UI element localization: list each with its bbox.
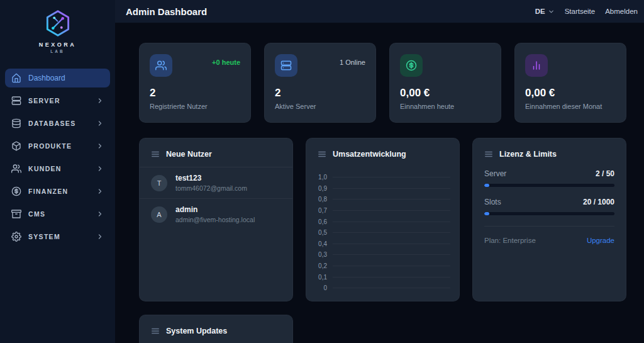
y-axis-tick: 0,5 bbox=[315, 229, 333, 236]
limit-label: Server bbox=[484, 169, 506, 178]
topbar-links: DE Startseite Abmelden bbox=[535, 8, 638, 15]
panel-title: Umsatzentwicklung bbox=[333, 150, 406, 159]
y-axis-tick: 0,8 bbox=[315, 196, 333, 203]
stat-label: Registrierte Nutzer bbox=[150, 103, 240, 110]
chart-grid-row: 0,4 bbox=[315, 239, 450, 250]
panel-umsatzentwicklung: Umsatzentwicklung 1,00,90,80,70,60,50,40… bbox=[306, 138, 460, 301]
chart-grid-row: 0,5 bbox=[315, 227, 450, 239]
plan-row: Plan: Enterprise Upgrade bbox=[484, 226, 614, 244]
y-axis-tick: 0,4 bbox=[315, 240, 333, 247]
gridline bbox=[333, 199, 450, 200]
sidebar-item-label: SYSTEM bbox=[28, 233, 89, 240]
limit-row: Slots20 / 1000 bbox=[484, 198, 614, 215]
chart-grid-row: 1,0 bbox=[315, 172, 450, 183]
chevron-right-icon bbox=[96, 120, 104, 127]
gridline bbox=[333, 177, 450, 177]
sidebar-item-label: DATABASES bbox=[28, 120, 89, 127]
sidebar-item-label: CMS bbox=[28, 210, 89, 218]
gridline bbox=[333, 266, 450, 266]
avatar: T bbox=[151, 175, 167, 191]
stat-card: 1 Online2Aktive Server bbox=[264, 43, 376, 123]
stat-card: +0 heute2Registrierte Nutzer bbox=[139, 43, 251, 123]
new-users-list: Ttest123tomm46072@gmail.comAadminadmin@f… bbox=[140, 167, 292, 230]
stat-card: 0,00 €Einnahmen heute bbox=[389, 43, 501, 123]
sidebar-item-label: KUNDEN bbox=[28, 165, 89, 172]
stat-value: 0,00 € bbox=[400, 87, 491, 99]
panel-title: Lizenz & Limits bbox=[499, 150, 557, 159]
stat-value: 0,00 € bbox=[525, 87, 616, 99]
gridline bbox=[333, 188, 450, 189]
user-list-item[interactable]: Aadminadmin@fivem-hosting.local bbox=[140, 198, 292, 230]
chevron-right-icon bbox=[96, 97, 104, 104]
sidebar-item-produkte[interactable]: PRODUKTE bbox=[5, 137, 110, 155]
chevron-right-icon bbox=[96, 233, 104, 240]
package-icon bbox=[11, 141, 21, 151]
stat-value: 2 bbox=[275, 87, 365, 99]
gridline bbox=[333, 288, 450, 288]
home-icon bbox=[11, 73, 21, 83]
topbar: Admin Dashboard DE Startseite Abmelden bbox=[115, 0, 644, 23]
archive-icon bbox=[11, 209, 21, 219]
dollar-icon bbox=[11, 186, 21, 196]
language-selector[interactable]: DE bbox=[535, 8, 555, 15]
limit-value: 2 / 50 bbox=[596, 169, 614, 178]
users-icon bbox=[150, 54, 172, 77]
gridline bbox=[333, 277, 450, 278]
sidebar-item-server[interactable]: SERVER bbox=[5, 91, 110, 110]
chevron-right-icon bbox=[96, 165, 104, 172]
chart-grid-row: 0,9 bbox=[315, 183, 450, 194]
logo: NEXORA LAB bbox=[0, 0, 115, 60]
chart-grid-row: 0,1 bbox=[315, 271, 450, 283]
limit-row: Server2 / 50 bbox=[484, 169, 614, 187]
gridline bbox=[333, 222, 450, 222]
link-abmelden[interactable]: Abmelden bbox=[605, 8, 638, 15]
y-axis-tick: 0 bbox=[315, 284, 333, 291]
content: +0 heute2Registrierte Nutzer1 Online2Akt… bbox=[115, 23, 644, 343]
stat-card: 0,00 €Einnahmen dieser Monat bbox=[514, 43, 626, 123]
sidebar-item-kunden[interactable]: KUNDEN bbox=[5, 159, 110, 178]
user-list-item[interactable]: Ttest123tomm46072@gmail.com bbox=[140, 167, 292, 198]
server-icon bbox=[11, 96, 21, 106]
gridline bbox=[333, 244, 450, 244]
panel-system-updates: System Updates bbox=[139, 315, 293, 343]
sidebar-item-label: PRODUKTE bbox=[28, 142, 89, 150]
y-axis-tick: 0,3 bbox=[315, 251, 333, 258]
panel-title: Neue Nutzer bbox=[166, 150, 212, 159]
menu-icon bbox=[318, 150, 326, 159]
panel-neue-nutzer-header: Neue Nutzer bbox=[140, 138, 292, 167]
chevron-right-icon bbox=[96, 188, 104, 195]
stat-value: 2 bbox=[150, 87, 240, 99]
chart-grid-row: 0,6 bbox=[315, 216, 450, 227]
stats-row: +0 heute2Registrierte Nutzer1 Online2Akt… bbox=[139, 43, 626, 123]
sidebar-item-finanzen[interactable]: FINANZEN bbox=[5, 182, 110, 201]
database-icon bbox=[11, 118, 21, 128]
user-email: tomm46072@gmail.com bbox=[175, 184, 247, 192]
brand-subtitle: LAB bbox=[0, 49, 115, 53]
upgrade-link[interactable]: Upgrade bbox=[587, 237, 614, 244]
language-label: DE bbox=[535, 8, 545, 15]
limit-value: 20 / 1000 bbox=[583, 198, 614, 206]
stat-badge: +0 heute bbox=[212, 59, 240, 66]
progress-bar-fill bbox=[484, 184, 489, 187]
avatar: A bbox=[151, 206, 167, 223]
panels-row: Neue Nutzer Ttest123tomm46072@gmail.comA… bbox=[139, 138, 626, 301]
stat-label: Einnahmen heute bbox=[400, 103, 491, 110]
dollar-icon bbox=[400, 54, 423, 77]
chart-grid-row: 0 bbox=[315, 283, 450, 294]
server-icon bbox=[275, 54, 297, 77]
user-name: test123 bbox=[175, 174, 247, 183]
y-axis-tick: 0,2 bbox=[315, 262, 333, 269]
link-startseite[interactable]: Startseite bbox=[565, 8, 596, 15]
stat-label: Einnahmen dieser Monat bbox=[525, 103, 616, 110]
gear-icon bbox=[11, 232, 21, 242]
sidebar-item-cms[interactable]: CMS bbox=[5, 205, 110, 223]
user-info: test123tomm46072@gmail.com bbox=[175, 174, 247, 192]
sidebar-item-label: Dashboard bbox=[28, 74, 104, 82]
gridline bbox=[333, 254, 450, 255]
sidebar-item-dashboard[interactable]: Dashboard bbox=[5, 69, 110, 87]
license-limits: Server2 / 50Slots20 / 1000 bbox=[473, 166, 626, 215]
sidebar-item-databases[interactable]: DATABASES bbox=[5, 114, 110, 133]
sidebar-item-system[interactable]: SYSTEM bbox=[5, 227, 110, 246]
gridline bbox=[333, 232, 450, 233]
panel-system-updates-header: System Updates bbox=[140, 315, 292, 342]
